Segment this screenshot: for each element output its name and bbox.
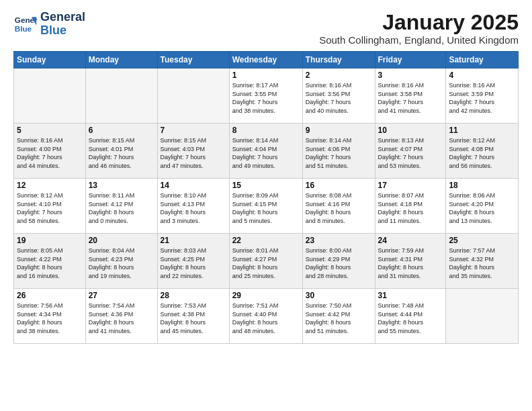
day-number: 5 [17,126,83,135]
cell-text-line: and 53 minutes. [378,162,443,171]
cell-text-line: Sunrise: 8:06 AM [449,191,515,200]
day-number: 10 [378,126,443,135]
cell-text-line: and 5 minutes. [232,217,300,226]
cell-text-line: Sunrise: 8:07 AM [378,191,443,200]
calendar-cell: 1Sunrise: 8:17 AMSunset: 3:55 PMDaylight… [229,68,302,124]
cell-text-line: and 58 minutes. [17,217,83,226]
cell-text-line: Sunrise: 8:14 AM [306,136,372,145]
cell-text-line: Sunrise: 8:00 AM [306,246,372,255]
month-title: January 2025 [319,11,519,34]
calendar-cell: 17Sunrise: 8:07 AMSunset: 4:18 PMDayligh… [375,179,446,234]
cell-text-line: Sunset: 3:56 PM [306,90,372,99]
calendar-cell: 5Sunrise: 8:16 AMSunset: 4:00 PMDaylight… [14,124,86,179]
calendar-cell: 18Sunrise: 8:06 AMSunset: 4:20 PMDayligh… [446,179,519,234]
cell-text-line: Daylight: 8 hours [89,208,154,217]
cell-text-line: and 42 minutes. [449,107,515,116]
logo: General Blue General Blue [13,11,85,38]
calendar-cell: 26Sunrise: 7:56 AMSunset: 4:34 PMDayligh… [14,289,86,344]
cell-text-line: Sunset: 4:07 PM [378,145,443,154]
cell-text-line: Sunrise: 7:59 AM [378,246,443,255]
cell-text-line: and 31 minutes. [378,272,443,281]
day-number: 3 [378,71,443,80]
cell-text-line: Sunset: 4:12 PM [89,200,154,209]
cell-text-line: Sunset: 4:18 PM [378,200,443,209]
calendar-cell: 21Sunrise: 8:03 AMSunset: 4:25 PMDayligh… [157,234,229,289]
calendar-week-row: 1Sunrise: 8:17 AMSunset: 3:55 PMDaylight… [14,68,519,124]
day-number: 7 [161,126,226,135]
day-number: 28 [161,291,226,300]
cell-text-line: Sunrise: 8:12 AM [17,191,83,200]
cell-text-line: Sunrise: 7:50 AM [306,302,372,310]
day-number: 16 [306,181,372,190]
cell-text-line: Sunset: 4:44 PM [378,310,443,319]
cell-text-line: Daylight: 8 hours [89,318,154,327]
cell-text-line: Daylight: 8 hours [232,208,300,217]
cell-text-line: Sunset: 4:03 PM [161,145,226,154]
day-number: 20 [89,236,154,245]
cell-text-line: and 40 minutes. [306,107,372,116]
cell-text-line: Sunset: 4:08 PM [449,145,515,154]
cell-text-line: Daylight: 7 hours [449,153,515,162]
day-number: 14 [161,181,226,190]
day-number: 1 [232,71,300,80]
cell-text-line: Daylight: 7 hours [378,153,443,162]
cell-text-line: and 25 minutes. [232,272,300,281]
weekday-header-wednesday: Wednesday [229,52,302,68]
day-number: 13 [89,181,154,190]
cell-text-line: Sunrise: 8:17 AM [232,81,300,90]
cell-text-line: Sunset: 4:25 PM [161,255,226,264]
cell-text-line: Daylight: 7 hours [17,208,83,217]
day-number: 18 [449,181,515,190]
cell-text-line: Daylight: 7 hours [306,98,372,107]
title-block: January 2025 South Collingham, England, … [319,11,519,46]
calendar-cell: 28Sunrise: 7:53 AMSunset: 4:38 PMDayligh… [157,289,229,344]
cell-text-line: and 38 minutes. [17,327,83,336]
day-number: 19 [17,236,83,245]
calendar-week-row: 5Sunrise: 8:16 AMSunset: 4:00 PMDaylight… [14,124,519,179]
cell-text-line: Daylight: 7 hours [232,153,300,162]
calendar-week-row: 19Sunrise: 8:05 AMSunset: 4:22 PMDayligh… [14,234,519,289]
weekday-header-tuesday: Tuesday [157,52,229,68]
weekday-header-monday: Monday [85,52,157,68]
cell-text-line: Sunset: 4:40 PM [232,310,300,319]
cell-text-line: Daylight: 8 hours [306,263,372,272]
cell-text-line: Sunrise: 8:08 AM [306,191,372,200]
day-number: 21 [161,236,226,245]
cell-text-line: Sunset: 4:23 PM [89,255,154,264]
cell-text-line: and 28 minutes. [306,272,372,281]
cell-text-line: and 47 minutes. [161,162,226,171]
cell-text-line: Daylight: 8 hours [89,263,154,272]
weekday-header-thursday: Thursday [302,52,375,68]
cell-text-line: and 38 minutes. [232,107,300,116]
cell-text-line: and 51 minutes. [306,162,372,171]
calendar-cell: 22Sunrise: 8:01 AMSunset: 4:27 PMDayligh… [229,234,302,289]
cell-text-line: Sunrise: 7:57 AM [449,246,515,255]
cell-text-line: and 0 minutes. [89,217,154,226]
cell-text-line: and 41 minutes. [378,107,443,116]
cell-text-line: and 19 minutes. [89,272,154,281]
calendar-cell: 9Sunrise: 8:14 AMSunset: 4:06 PMDaylight… [302,124,375,179]
cell-text-line: Daylight: 8 hours [378,208,443,217]
cell-text-line: Daylight: 8 hours [17,318,83,327]
cell-text-line: Sunrise: 8:16 AM [449,81,515,90]
cell-text-line: Sunset: 4:34 PM [17,310,83,319]
cell-text-line: Daylight: 8 hours [17,263,83,272]
cell-text-line: Sunrise: 8:09 AM [232,191,300,200]
day-number: 15 [232,181,300,190]
cell-text-line: Sunrise: 8:16 AM [306,81,372,90]
cell-text-line: Sunrise: 7:54 AM [89,302,154,310]
day-number: 22 [232,236,300,245]
calendar-cell: 6Sunrise: 8:15 AMSunset: 4:01 PMDaylight… [85,124,157,179]
cell-text-line: Daylight: 8 hours [232,318,300,327]
cell-text-line: Daylight: 8 hours [232,263,300,272]
cell-text-line: Sunset: 4:38 PM [161,310,226,319]
day-number: 25 [449,236,515,245]
calendar-cell: 11Sunrise: 8:12 AMSunset: 4:08 PMDayligh… [446,124,519,179]
cell-text-line: Daylight: 8 hours [306,318,372,327]
svg-text:Blue: Blue [15,24,32,33]
cell-text-line: and 8 minutes. [306,217,372,226]
cell-text-line: Sunrise: 8:16 AM [17,136,83,145]
calendar: SundayMondayTuesdayWednesdayThursdayFrid… [13,51,519,344]
cell-text-line: and 22 minutes. [161,272,226,281]
calendar-cell: 12Sunrise: 8:12 AMSunset: 4:10 PMDayligh… [14,179,86,234]
